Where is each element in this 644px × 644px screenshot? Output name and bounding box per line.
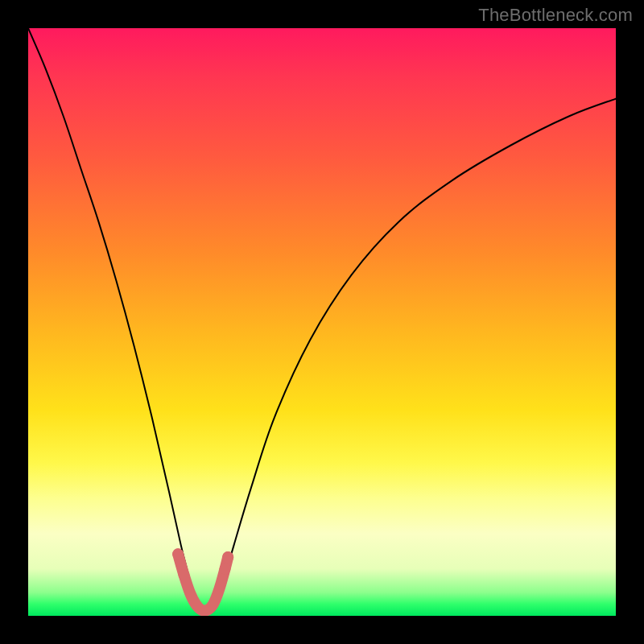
curve-layer xyxy=(28,28,616,616)
highlight-dot xyxy=(222,551,233,563)
highlight-dot xyxy=(172,548,184,559)
highlight-dot xyxy=(220,564,231,575)
bottleneck-curve-path xyxy=(28,28,616,613)
highlight-band-path xyxy=(178,554,228,610)
watermark-text: TheBottleneck.com xyxy=(478,5,633,26)
chart-frame: TheBottleneck.com xyxy=(0,0,644,644)
highlight-dot xyxy=(178,569,189,580)
plot-area xyxy=(28,28,616,616)
